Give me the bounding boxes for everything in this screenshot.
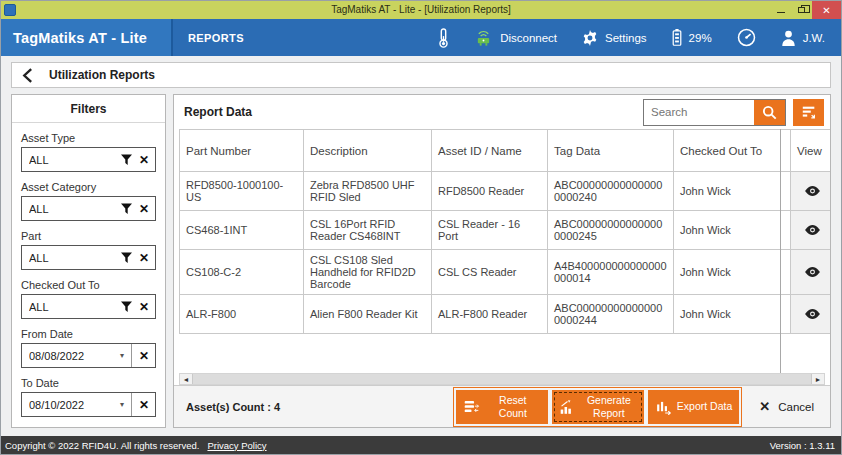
cell-part-number: ALR-F800 <box>180 295 304 334</box>
asset-type-filter[interactable]: ✕ <box>21 147 156 172</box>
horizontal-scrollbar[interactable]: ◄ ► <box>179 373 825 385</box>
app-window: TagMatiks AT - Lite - [Utilization Repor… <box>0 0 842 455</box>
asset-type-value[interactable] <box>29 154 114 166</box>
restore-button[interactable] <box>791 1 812 19</box>
divider <box>131 393 132 416</box>
disconnect-button[interactable]: Disconnect <box>474 29 557 46</box>
table-header-row: Part Number Description Asset ID / Name … <box>180 130 831 172</box>
battery-status[interactable]: 29% <box>672 29 712 46</box>
checked-out-to-label: Checked Out To <box>21 279 156 291</box>
cancel-icon: ✕ <box>759 399 770 414</box>
window-title: TagMatiks AT - Lite - [Utilization Repor… <box>1 1 841 19</box>
table-row: CS468-1INT CSL 16Port RFID Reader CS468I… <box>180 211 831 250</box>
cell-description: Zebra RFD8500 UHF RFID Sled <box>304 172 432 211</box>
view-button[interactable] <box>791 172 831 211</box>
asset-category-label: Asset Category <box>21 181 156 193</box>
clear-icon[interactable]: ✕ <box>139 350 149 362</box>
cell-part-number: RFD8500-1000100-US <box>180 172 304 211</box>
funnel-icon[interactable] <box>121 203 132 214</box>
table-row: CS108-C-2 CSL CS108 Sled Handheld for RF… <box>180 250 831 295</box>
report-data-title: Report Data <box>184 105 252 119</box>
content-area: Utilization Reports Filters Asset Type ✕… <box>1 56 841 436</box>
asset-category-value[interactable] <box>29 203 114 215</box>
asset-count: Asset(s) Count : 4 <box>186 401 280 413</box>
cell-checked-out-to: John Wick <box>674 211 791 250</box>
filters-title: Filters <box>12 95 165 123</box>
clear-icon[interactable]: ✕ <box>139 154 149 166</box>
funnel-icon[interactable] <box>121 301 132 312</box>
from-date-value[interactable] <box>29 350 113 362</box>
filter-list-button[interactable] <box>793 99 824 126</box>
clear-icon[interactable]: ✕ <box>139 252 149 264</box>
funnel-icon[interactable] <box>121 154 132 165</box>
search-icon <box>762 105 777 120</box>
cell-tag-data: ABC000000000000000000245 <box>548 211 674 250</box>
eye-icon <box>804 185 821 197</box>
privacy-policy-link[interactable]: Privacy Policy <box>207 440 266 451</box>
scroll-left-arrow[interactable]: ◄ <box>180 374 192 384</box>
gear-icon <box>582 30 598 46</box>
part-filter[interactable]: ✕ <box>21 245 156 270</box>
cancel-button[interactable]: ✕ Cancel <box>751 390 822 424</box>
checked-out-to-filter[interactable]: ✕ <box>21 294 156 319</box>
settings-button[interactable]: Settings <box>582 30 647 46</box>
export-data-icon <box>655 399 672 415</box>
cell-tag-data: ABC000000000000000000244 <box>548 295 674 334</box>
cell-description: CSL 16Port RFID Reader CS468INT <box>304 211 432 250</box>
funnel-icon[interactable] <box>121 252 132 263</box>
close-button[interactable]: ✕ <box>812 1 841 19</box>
col-tag-data[interactable]: Tag Data <box>548 130 674 172</box>
temperature-button[interactable] <box>438 28 449 48</box>
to-date-picker[interactable]: ▾ ✕ <box>21 392 156 417</box>
col-asset-id[interactable]: Asset ID / Name <box>432 130 548 172</box>
from-date-picker[interactable]: ▾ ✕ <box>21 343 156 368</box>
col-description[interactable]: Description <box>304 130 432 172</box>
nav-reports[interactable]: REPORTS <box>173 19 244 56</box>
view-button[interactable] <box>791 211 831 250</box>
clear-icon[interactable]: ✕ <box>139 399 149 411</box>
col-checked-out-to[interactable]: Checked Out To <box>674 130 791 172</box>
clear-icon[interactable]: ✕ <box>139 203 149 215</box>
filter-list-icon <box>801 104 817 120</box>
gauge-button[interactable] <box>737 28 756 47</box>
user-initials: J.W. <box>803 32 825 44</box>
dropdown-arrow-icon[interactable]: ▾ <box>120 351 124 360</box>
cell-tag-data: A4B400000000000000000014 <box>548 250 674 295</box>
search-button[interactable] <box>754 100 785 125</box>
breadcrumb: Utilization Reports <box>11 62 831 88</box>
table-row: RFD8500-1000100-US Zebra RFD8500 UHF RFI… <box>180 172 831 211</box>
scrollbar-thumb[interactable] <box>192 374 812 384</box>
reset-count-button[interactable]: Reset Count <box>456 390 548 424</box>
part-value[interactable] <box>29 252 114 264</box>
minimize-button[interactable] <box>770 1 791 19</box>
filters-panel: Filters Asset Type ✕ Asset Category ✕ <box>11 94 166 428</box>
reset-count-icon <box>463 399 480 415</box>
user-menu[interactable]: J.W. <box>781 30 825 46</box>
col-view: View <box>791 130 831 172</box>
cell-description: CSL CS108 Sled Handheld for RFID2D Barco… <box>304 250 432 295</box>
action-bar: Asset(s) Count : 4 Reset Count Generate … <box>174 385 830 427</box>
restore-icon <box>798 7 805 13</box>
eye-icon <box>804 308 821 320</box>
version-text: Version : 1.3.11 <box>770 440 835 451</box>
view-button[interactable] <box>791 250 831 295</box>
asset-category-filter[interactable]: ✕ <box>21 196 156 221</box>
dropdown-arrow-icon[interactable]: ▾ <box>120 400 124 409</box>
generate-report-button[interactable]: Generate Report <box>552 390 644 424</box>
to-date-value[interactable] <box>29 399 113 411</box>
part-label: Part <box>21 230 156 242</box>
cell-tag-data: ABC000000000000000000240 <box>548 172 674 211</box>
clear-icon[interactable]: ✕ <box>139 301 149 313</box>
view-button[interactable] <box>791 295 831 334</box>
scroll-right-arrow[interactable]: ► <box>812 374 824 384</box>
cell-checked-out-to: John Wick <box>674 172 791 211</box>
search-input[interactable] <box>644 100 754 125</box>
cell-asset-id: RFD8500 Reader <box>432 172 548 211</box>
back-button[interactable] <box>22 68 33 83</box>
frozen-column-divider <box>780 129 781 373</box>
cell-asset-id: CSL CS Reader <box>432 250 548 295</box>
checked-out-to-value[interactable] <box>29 301 114 313</box>
col-part-number[interactable]: Part Number <box>180 130 304 172</box>
generate-report-icon <box>559 399 576 415</box>
export-data-button[interactable]: Export Data <box>648 390 739 424</box>
